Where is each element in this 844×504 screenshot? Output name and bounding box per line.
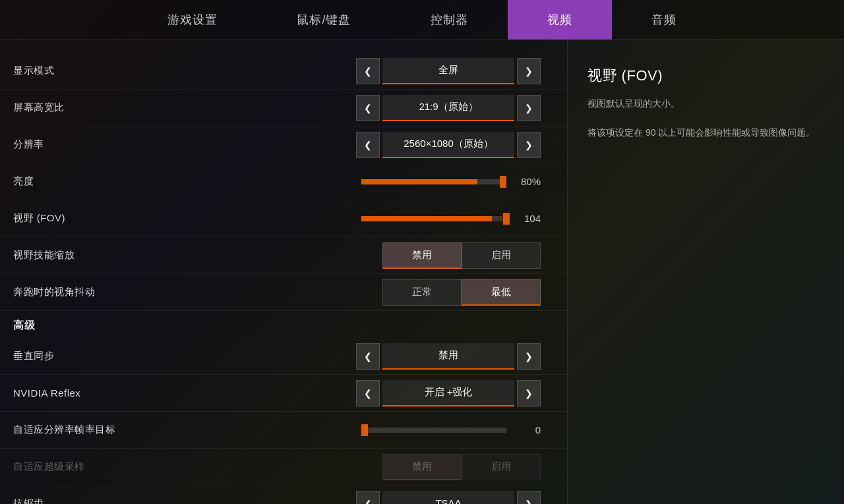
setting-brightness: 亮度 80% [0,163,567,200]
anti-aliasing-value: TSAA [382,491,514,505]
fov-skill-zoom-enable[interactable]: 启用 [462,242,541,269]
fov-value: 104 [514,213,541,224]
tab-controller[interactable]: 控制器 [391,0,508,40]
adaptive-res-slider-container: 0 [361,424,541,435]
nvidia-reflex-label: NVIDIA Reflex [13,387,198,399]
anti-aliasing-control: ❮ TSAA ❯ [198,491,554,505]
setting-display-mode: 显示模式 ❮ 全屏 ❯ [0,53,567,90]
setting-adaptive-super-sample: 自适应超级采样 禁用 启用 [0,449,567,486]
vsync-next[interactable]: ❯ [517,343,541,370]
setting-vsync: 垂直同步 ❮ 禁用 ❯ [0,338,567,375]
setting-aspect-ratio: 屏幕高宽比 ❮ 21:9（原始） ❯ [0,90,567,126]
camera-shake-minimum[interactable]: 最低 [462,279,541,306]
tab-mouse[interactable]: 鼠标/键盘 [257,0,390,40]
fov-slider-track[interactable] [361,216,506,221]
aspect-ratio-label: 屏幕高宽比 [13,101,198,114]
aspect-ratio-prev[interactable]: ❮ [356,95,380,121]
vsync-prev[interactable]: ❮ [356,343,380,370]
nvidia-reflex-prev[interactable]: ❮ [356,380,380,406]
fov-slider-fill [361,216,492,221]
anti-aliasing-next[interactable]: ❯ [517,491,541,505]
top-navigation: 游戏设置 鼠标/键盘 控制器 视频 音频 [0,0,844,40]
fov-label: 视野 (FOV) [13,212,198,225]
setting-nvidia-reflex: NVIDIA Reflex ❮ 开启 +强化 ❯ [0,375,567,412]
brightness-slider-thumb [500,176,506,188]
adaptive-res-label: 自适应分辨率帧率目标 [13,424,198,436]
setting-fov-skill-zoom: 视野技能缩放 禁用 启用 [0,237,567,274]
resolution-prev[interactable]: ❮ [356,132,380,158]
adaptive-super-sample-enable[interactable]: 启用 [462,454,541,480]
resolution-label: 分辨率 [13,138,198,151]
brightness-slider-track[interactable] [361,179,506,184]
help-subtitle: 视图默认呈现的大小。 [588,96,824,112]
help-title: 视野 (FOV) [588,66,824,86]
fov-skill-zoom-disable[interactable]: 禁用 [382,242,462,269]
tab-video[interactable]: 视频 [508,0,612,40]
resolution-control: ❮ 2560×1080（原始） ❯ [198,132,554,158]
vsync-label: 垂直同步 [13,350,198,362]
brightness-control: 80% [198,176,554,187]
fov-slider-container: 104 [361,213,541,224]
settings-panel: 显示模式 ❮ 全屏 ❯ 屏幕高宽比 ❮ 21:9（原始） ❯ 分辨率 [0,40,567,504]
setting-adaptive-res: 自适应分辨率帧率目标 0 [0,412,567,449]
fov-skill-zoom-control: 禁用 启用 [198,242,554,269]
help-panel: 视野 (FOV) 视图默认呈现的大小。 将该项设定在 90 以上可能会影响性能或… [567,40,844,504]
display-mode-label: 显示模式 [13,65,198,77]
content-wrapper: 游戏设置 鼠标/键盘 控制器 视频 音频 显示模式 ❮ 全屏 ❯ 屏幕高宽比 ❮ [0,0,844,504]
camera-shake-label: 奔跑时的视角抖动 [13,286,198,298]
setting-anti-aliasing: 抗锯齿 ❮ TSAA ❯ [0,486,567,504]
resolution-next[interactable]: ❯ [517,132,541,158]
setting-resolution: 分辨率 ❮ 2560×1080（原始） ❯ [0,126,567,163]
fov-control: 104 [198,213,554,224]
nvidia-reflex-value: 开启 +强化 [382,380,514,406]
nvidia-reflex-next[interactable]: ❯ [517,380,541,406]
setting-camera-shake: 奔跑时的视角抖动 正常 最低 [0,274,567,311]
display-mode-value: 全屏 [382,58,514,84]
tab-game[interactable]: 游戏设置 [128,0,257,40]
adaptive-res-control: 0 [198,424,554,435]
fov-skill-zoom-toggle: 禁用 启用 [382,242,541,269]
tab-audio[interactable]: 音频 [612,0,716,40]
anti-aliasing-label: 抗锯齿 [13,497,198,504]
adaptive-res-value: 0 [514,424,541,435]
adaptive-super-sample-disable[interactable]: 禁用 [382,454,462,480]
adaptive-super-sample-label: 自适应超级采样 [13,461,198,473]
camera-shake-toggle: 正常 最低 [382,279,541,306]
vsync-control: ❮ 禁用 ❯ [198,343,554,370]
setting-fov: 视野 (FOV) 104 [0,200,567,237]
adaptive-super-sample-control: 禁用 启用 [198,454,554,480]
aspect-ratio-control: ❮ 21:9（原始） ❯ [198,95,554,121]
camera-shake-control: 正常 最低 [198,279,554,306]
brightness-value: 80% [514,176,541,187]
brightness-label: 亮度 [13,175,198,188]
aspect-ratio-next[interactable]: ❯ [517,95,541,121]
fov-skill-zoom-label: 视野技能缩放 [13,249,198,262]
display-mode-control: ❮ 全屏 ❯ [198,58,554,84]
brightness-slider-fill [361,179,477,184]
advanced-section-header: 高级 [0,311,567,338]
brightness-slider-container: 80% [361,176,541,187]
help-description: 将该项设定在 90 以上可能会影响性能或导致图像问题。 [588,125,824,141]
aspect-ratio-value: 21:9（原始） [382,95,514,121]
adaptive-super-sample-toggle: 禁用 启用 [382,454,541,480]
fov-slider-thumb [503,213,510,225]
adaptive-res-slider-track[interactable] [361,428,506,433]
main-area: 显示模式 ❮ 全屏 ❯ 屏幕高宽比 ❮ 21:9（原始） ❯ 分辨率 [0,40,844,504]
vsync-value: 禁用 [382,343,514,370]
anti-aliasing-prev[interactable]: ❮ [356,491,380,505]
camera-shake-normal[interactable]: 正常 [382,279,462,306]
resolution-value: 2560×1080（原始） [382,132,514,158]
nvidia-reflex-control: ❮ 开启 +强化 ❯ [198,380,554,406]
display-mode-next[interactable]: ❯ [517,58,541,84]
adaptive-res-slider-thumb [361,424,368,436]
display-mode-prev[interactable]: ❮ [356,58,380,84]
